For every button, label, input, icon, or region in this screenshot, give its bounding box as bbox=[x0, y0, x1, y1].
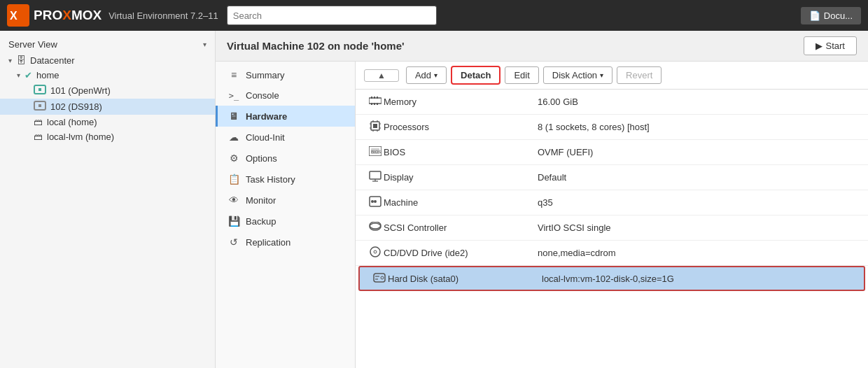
tree-item-local[interactable]: 🗃 local (home) bbox=[0, 115, 215, 129]
table-row-machine[interactable]: Machine q35 bbox=[356, 190, 868, 215]
bios-value: OVMF (UEFI) bbox=[538, 147, 857, 157]
table-row-processors[interactable]: Processors 8 (1 sockets, 8 cores) [host] bbox=[356, 115, 868, 140]
svg-point-30 bbox=[371, 200, 374, 203]
machine-name: Machine bbox=[384, 197, 538, 208]
table-row-memory[interactable]: Memory 16.00 GiB bbox=[356, 90, 868, 115]
disk-action-button[interactable]: Disk Action ▾ bbox=[543, 66, 612, 84]
table-row-scsi-controller[interactable]: SCSI Controller VirtIO SCSI single bbox=[356, 215, 868, 241]
vm102-icon bbox=[34, 101, 46, 113]
nav-item-options[interactable]: ⚙ Options bbox=[216, 148, 355, 169]
local-lvm-icon: 🗃 bbox=[34, 132, 43, 142]
search-input[interactable] bbox=[227, 6, 437, 25]
scsi-icon bbox=[367, 222, 384, 234]
svg-rect-9 bbox=[377, 97, 378, 99]
content-area: Virtual Machine 102 on node 'home' ▶ Sta… bbox=[216, 31, 868, 368]
tree-item-102[interactable]: 102 (DS918) bbox=[0, 99, 215, 115]
svg-rect-11 bbox=[374, 103, 375, 105]
svg-rect-5 bbox=[38, 104, 41, 107]
toolbar: ▲ Add ▾ Detach Edit Disk Action ▾ bbox=[356, 62, 868, 90]
main-area: Server View ▾ ▾ 🗄 Datacenter ▾ ✔ home 10… bbox=[0, 31, 868, 368]
backup-icon: 💾 bbox=[227, 215, 240, 227]
summary-icon: ≡ bbox=[227, 69, 240, 80]
topbar: X PROXMOX Virtual Environment 7.2–11 📄 D… bbox=[0, 0, 868, 31]
content-body: ≡ Summary >_ Console 🖥 Hardware ☁ Cloud-… bbox=[216, 62, 868, 368]
cloud-init-label: Cloud-Init bbox=[246, 132, 285, 143]
logo-text: PROXMOX bbox=[34, 8, 102, 23]
cd-icon bbox=[367, 246, 384, 260]
hard-disk-name: Hard Disk (sata0) bbox=[388, 274, 542, 284]
cd-dvd-name: CD/DVD Drive (ide2) bbox=[384, 248, 538, 258]
server-view-header: Server View ▾ bbox=[0, 36, 215, 52]
cloud-init-icon: ☁ bbox=[227, 132, 240, 143]
monitor-label: Monitor bbox=[246, 195, 276, 206]
proxmox-logo-icon: X bbox=[7, 4, 29, 27]
detach-button[interactable]: Detach bbox=[451, 66, 500, 85]
svg-rect-6 bbox=[369, 98, 382, 104]
nav-item-task-history[interactable]: 📋 Task History bbox=[216, 169, 355, 190]
svg-point-35 bbox=[374, 250, 377, 253]
home-expand-arrow: ▾ bbox=[17, 71, 20, 79]
server-view-label: Server View bbox=[8, 39, 57, 50]
nav-item-backup[interactable]: 💾 Backup bbox=[216, 211, 355, 232]
table-row-cd-dvd[interactable]: CD/DVD Drive (ide2) none,media=cdrom bbox=[356, 241, 868, 266]
table-row-hard-disk[interactable]: Hard Disk (sata0) local-lvm:vm-102-disk-… bbox=[358, 266, 865, 291]
left-nav: ≡ Summary >_ Console 🖥 Hardware ☁ Cloud-… bbox=[216, 62, 356, 368]
tree-item-local-lvm[interactable]: 🗃 local-lvm (home) bbox=[0, 129, 215, 144]
edit-button[interactable]: Edit bbox=[505, 66, 538, 84]
memory-value: 16.00 GiB bbox=[538, 97, 857, 107]
svg-text:BIOS: BIOS bbox=[371, 150, 381, 154]
memory-icon bbox=[367, 97, 384, 107]
documentation-button[interactable]: 📄 Docu... bbox=[801, 7, 861, 24]
tree-item-datacenter[interactable]: ▾ 🗄 Datacenter bbox=[0, 52, 215, 68]
bios-name: BIOS bbox=[384, 147, 538, 157]
nav-item-summary[interactable]: ≡ Summary bbox=[216, 64, 355, 85]
nav-item-hardware[interactable]: 🖥 Hardware bbox=[216, 106, 355, 127]
server-view-dropdown-arrow[interactable]: ▾ bbox=[203, 41, 206, 48]
datacenter-label: Datacenter bbox=[30, 55, 75, 66]
local-icon: 🗃 bbox=[34, 117, 43, 127]
local-label: local (home) bbox=[47, 117, 97, 127]
console-label: Console bbox=[246, 90, 279, 101]
datacenter-expand-arrow: ▾ bbox=[8, 57, 12, 64]
replication-label: Replication bbox=[246, 237, 290, 248]
nav-item-cloud-init[interactable]: ☁ Cloud-Init bbox=[216, 127, 355, 148]
disk-action-dropdown-arrow: ▾ bbox=[600, 71, 603, 79]
tree-item-home[interactable]: ▾ ✔ home bbox=[0, 68, 215, 83]
vm102-label: 102 (DS918) bbox=[50, 101, 102, 112]
processor-icon bbox=[367, 120, 384, 134]
table-row-bios[interactable]: BIOS BIOS OVMF (UEFI) bbox=[356, 140, 868, 165]
revert-button[interactable]: Revert bbox=[617, 66, 662, 84]
add-button[interactable]: Add ▾ bbox=[406, 66, 447, 84]
hardware-label: Hardware bbox=[246, 111, 287, 122]
vm101-label: 101 (OpenWrt) bbox=[50, 85, 111, 96]
machine-value: q35 bbox=[538, 197, 857, 208]
svg-rect-3 bbox=[38, 88, 41, 91]
svg-point-31 bbox=[374, 200, 377, 203]
nav-item-console[interactable]: >_ Console bbox=[216, 85, 355, 106]
doc-icon: 📄 bbox=[809, 10, 820, 21]
display-name: Display bbox=[384, 172, 538, 183]
options-icon: ⚙ bbox=[227, 153, 240, 164]
bios-icon: BIOS bbox=[367, 146, 384, 158]
page-title: Virtual Machine 102 on node 'home' bbox=[227, 40, 405, 52]
cd-dvd-value: none,media=cdrom bbox=[538, 248, 857, 258]
sidebar: Server View ▾ ▾ 🗄 Datacenter ▾ ✔ home 10… bbox=[0, 31, 216, 368]
options-label: Options bbox=[246, 153, 277, 164]
nav-item-monitor[interactable]: 👁 Monitor bbox=[216, 190, 355, 211]
svg-text:X: X bbox=[10, 10, 18, 22]
svg-rect-26 bbox=[370, 171, 381, 179]
hdd-icon bbox=[371, 272, 388, 285]
monitor-icon: 👁 bbox=[227, 194, 240, 206]
processors-name: Processors bbox=[384, 122, 538, 132]
hardware-table: Memory 16.00 GiB Processors 8 (1 sockets… bbox=[356, 90, 868, 368]
display-value: Default bbox=[538, 172, 857, 183]
version-text: Virtual Environment 7.2–11 bbox=[108, 10, 218, 21]
table-row-display[interactable]: Display Default bbox=[356, 165, 868, 190]
task-history-label: Task History bbox=[246, 174, 295, 185]
scroll-up-button[interactable]: ▲ bbox=[364, 69, 399, 82]
svg-rect-7 bbox=[371, 97, 372, 99]
nav-item-replication[interactable]: ↺ Replication bbox=[216, 232, 355, 253]
tree-item-101[interactable]: 101 (OpenWrt) bbox=[0, 83, 215, 99]
start-button[interactable]: ▶ Start bbox=[804, 36, 857, 55]
backup-label: Backup bbox=[246, 216, 276, 227]
